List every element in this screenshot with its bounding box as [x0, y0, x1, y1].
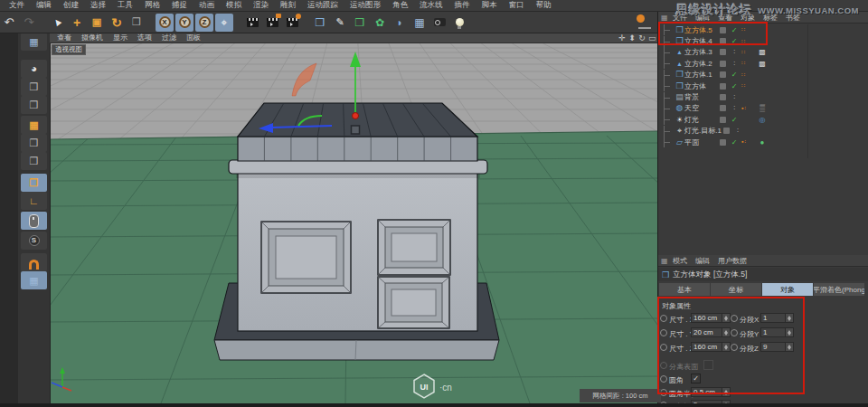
- viewport-canvas[interactable]: UI ·cn 透视视图 网格间距 : 100 cm: [50, 43, 657, 403]
- om-menu-item[interactable]: 查看: [718, 13, 732, 23]
- enable-toggle[interactable]: [729, 71, 740, 79]
- enable-toggle[interactable]: [729, 60, 740, 68]
- make-editable-icon[interactable]: ❒: [21, 78, 47, 96]
- edges-mode-icon[interactable]: ❒: [21, 152, 47, 170]
- environment-icon[interactable]: ◗: [391, 14, 409, 32]
- anim-key-icon[interactable]: [660, 344, 667, 351]
- redo-icon[interactable]: ↷: [20, 14, 38, 32]
- viewport-menu-item[interactable]: 显示: [113, 33, 127, 43]
- coord-system-icon[interactable]: ⌖: [215, 14, 233, 32]
- menu-item[interactable]: 脚本: [482, 0, 497, 11]
- zoom-view-icon[interactable]: ⬍: [628, 33, 636, 43]
- rotate-view-icon[interactable]: ↻: [638, 33, 646, 43]
- om-menu-item[interactable]: 标签: [763, 13, 778, 23]
- menu-item[interactable]: 雕刻: [280, 0, 296, 11]
- enable-toggle[interactable]: [729, 116, 740, 124]
- object-row[interactable]: 立方体.4: [658, 35, 868, 46]
- om-menu-item[interactable]: 编辑: [695, 13, 710, 23]
- panel-grid-icon[interactable]: ▦: [661, 257, 668, 265]
- object-name[interactable]: 立方体.1: [684, 70, 718, 80]
- paint-mode-icon[interactable]: ◕: [21, 60, 47, 78]
- render-picture-viewer-icon[interactable]: [263, 14, 281, 32]
- menu-item[interactable]: 角色: [392, 0, 408, 11]
- am-menu-item[interactable]: 编辑: [695, 256, 710, 266]
- visibility-dots[interactable]: [741, 49, 756, 56]
- menu-item[interactable]: 流水线: [420, 0, 443, 11]
- visibility-dots[interactable]: [741, 82, 756, 90]
- attribute-tab[interactable]: 坐标: [711, 283, 761, 296]
- rotate-tool-icon[interactable]: ↻: [108, 14, 126, 32]
- visibility-dots[interactable]: [741, 26, 756, 33]
- menu-item[interactable]: 网格: [145, 0, 160, 11]
- enable-toggle[interactable]: [729, 37, 740, 45]
- object-name[interactable]: 立方体: [684, 81, 718, 91]
- magnet-snap-icon[interactable]: [21, 253, 47, 271]
- model-mode-icon[interactable]: ❒: [21, 96, 47, 114]
- menu-item[interactable]: 创建: [63, 0, 79, 11]
- pen-tool-icon[interactable]: ✎: [331, 14, 349, 32]
- anim-key-icon[interactable]: [660, 315, 667, 322]
- object-name[interactable]: 立方体.4: [684, 36, 718, 46]
- toggle-view-icon[interactable]: ▭: [648, 33, 656, 43]
- am-menu-item[interactable]: 模式: [673, 256, 687, 266]
- object-name[interactable]: 灯光: [684, 115, 718, 125]
- menu-item[interactable]: 模拟: [226, 0, 241, 11]
- anim-key-icon[interactable]: [731, 344, 738, 351]
- om-menu-item[interactable]: 书签: [786, 13, 800, 23]
- object-name[interactable]: 立方体.2: [684, 59, 718, 69]
- attribute-tab[interactable]: 基本: [659, 283, 710, 296]
- layer-toggle[interactable]: [720, 38, 726, 44]
- object-row[interactable]: 立方体: [658, 80, 868, 91]
- am-menu-item[interactable]: 用户数据: [718, 256, 747, 266]
- mouse-input-icon[interactable]: [21, 212, 47, 230]
- object-row[interactable]: 天空: [658, 103, 868, 114]
- object-name[interactable]: 平面: [684, 137, 718, 147]
- deformer-icon[interactable]: ✿: [371, 14, 389, 32]
- seg-x-input[interactable]: [760, 313, 786, 323]
- anim-key-icon[interactable]: [660, 375, 667, 383]
- object-name[interactable]: 天空: [684, 103, 718, 113]
- visibility-dots[interactable]: [741, 138, 756, 146]
- layer-toggle[interactable]: [720, 61, 726, 67]
- menu-item[interactable]: 文件: [9, 0, 24, 11]
- polygons-mode-icon[interactable]: ❒: [21, 174, 47, 192]
- select-tool-icon[interactable]: ▶: [48, 14, 66, 32]
- object-axis-mode-icon[interactable]: ∟: [21, 192, 47, 210]
- layer-toggle[interactable]: [720, 105, 726, 111]
- attribute-tab[interactable]: 对象: [762, 283, 813, 296]
- menu-item[interactable]: 编辑: [36, 0, 52, 11]
- object-row[interactable]: 灯光.目标.1: [658, 126, 868, 137]
- layer-toggle[interactable]: [720, 117, 726, 123]
- object-tag-icon[interactable]: [756, 116, 769, 124]
- enable-toggle[interactable]: [729, 138, 740, 147]
- layer-toggle[interactable]: [720, 71, 726, 78]
- menu-item[interactable]: 插件: [455, 0, 470, 11]
- axis-locate-icon[interactable]: [636, 14, 656, 30]
- subdivision-surface-icon[interactable]: ❒: [351, 14, 369, 32]
- menu-item[interactable]: 帮助: [536, 0, 552, 11]
- size-y-input[interactable]: [691, 327, 722, 337]
- object-tag-icon[interactable]: [756, 104, 769, 112]
- panel-grid-icon[interactable]: ▦: [661, 14, 668, 22]
- scale-tool-icon[interactable]: ▣: [88, 14, 106, 32]
- render-view-icon[interactable]: [243, 14, 261, 32]
- om-menu-item[interactable]: 对象: [741, 13, 755, 23]
- menu-item[interactable]: 渲染: [253, 0, 269, 11]
- object-row[interactable]: 立方体.1: [658, 70, 868, 80]
- seg-z-input[interactable]: [760, 342, 786, 352]
- size-z-input[interactable]: [691, 342, 722, 352]
- menu-item[interactable]: 动画: [199, 0, 214, 11]
- anim-key-icon[interactable]: [731, 315, 738, 322]
- anim-key-icon[interactable]: [731, 329, 738, 336]
- gizmo-center[interactable]: [353, 113, 359, 119]
- om-menu-item[interactable]: 文件: [673, 13, 687, 23]
- object-tag-icon[interactable]: [756, 60, 769, 68]
- undo-icon[interactable]: ↶: [0, 14, 18, 32]
- object-tag-icon[interactable]: [756, 48, 769, 56]
- lock-z-button[interactable]: Z: [195, 14, 213, 32]
- object-row[interactable]: 立方体.3: [658, 47, 868, 58]
- fillet-radius-input[interactable]: [691, 387, 722, 397]
- enable-toggle[interactable]: [729, 26, 740, 34]
- lock-y-button[interactable]: Y: [175, 14, 193, 32]
- enable-toggle[interactable]: [729, 104, 740, 112]
